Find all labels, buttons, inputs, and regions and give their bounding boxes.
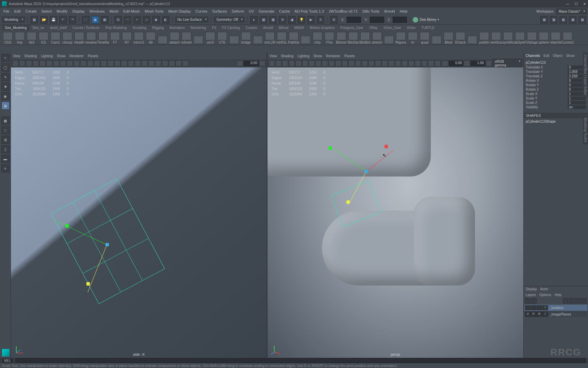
- shelf-button[interactable]: TimeRa: [97, 31, 109, 44]
- shelf-button[interactable]: symWo: [502, 31, 514, 44]
- shelf-button[interactable]: [383, 31, 395, 44]
- viewport-toggle-icon[interactable]: [295, 60, 301, 66]
- light-editor-icon[interactable]: 💡: [298, 16, 305, 24]
- layer-delete-icon[interactable]: [581, 298, 587, 304]
- viewport-toggle-icon[interactable]: [382, 60, 388, 66]
- shelf-tab-custom[interactable]: Custom: [243, 25, 260, 30]
- outliner-icon[interactable]: ≡: [1, 164, 10, 172]
- scale-tool-icon[interactable]: ▣: [1, 102, 10, 110]
- attr-editor-toggle-icon[interactable]: ▦: [559, 16, 567, 24]
- viewport-toggle-icon[interactable]: [74, 60, 80, 66]
- rotate-tool-icon[interactable]: ◉: [1, 92, 10, 100]
- shelf-tab-mash[interactable]: MASH: [292, 25, 307, 30]
- ipr-render-icon[interactable]: ▦: [269, 16, 277, 24]
- shelf-button[interactable]: clsnup: [62, 31, 73, 44]
- viewport-toggle-icon[interactable]: [169, 60, 175, 66]
- viewport-toggle-icon[interactable]: [135, 60, 141, 66]
- vp2-menu-panels[interactable]: Panels: [344, 54, 355, 58]
- shelf-button[interactable]: detach: [169, 31, 180, 44]
- menu-cache[interactable]: Cache: [277, 9, 292, 14]
- minimize-button[interactable]: —: [566, 2, 569, 6]
- shelf-button[interactable]: PathDe: [288, 31, 299, 44]
- viewport-toggle-icon[interactable]: [435, 60, 441, 66]
- scale-handle-x[interactable]: [65, 224, 69, 228]
- viewport-toggle-icon[interactable]: [80, 60, 86, 66]
- vp1-gear-icon[interactable]: [237, 60, 243, 66]
- shelf-button[interactable]: Blinner: [336, 31, 347, 44]
- viewport-toggle-icon[interactable]: [428, 60, 434, 66]
- attr-scale-z-value[interactable]: 1: [568, 101, 586, 105]
- vp2-scale-handle-center[interactable]: [364, 170, 368, 173]
- viewport-toggle-icon[interactable]: [182, 60, 189, 66]
- workspace-dropdown[interactable]: Maya Classic*: [556, 9, 587, 14]
- undo-icon[interactable]: ↶: [59, 16, 67, 24]
- shelf-button[interactable]: [252, 31, 264, 44]
- shelf-tab-arnold[interactable]: Arnold: [260, 25, 276, 30]
- shelf-button[interactable]: [467, 31, 478, 44]
- vp1-menu-shading[interactable]: Shading: [24, 54, 37, 58]
- single-pane-icon[interactable]: □: [1, 126, 10, 134]
- viewport-toggle-icon[interactable]: [114, 60, 120, 66]
- shape-node-name[interactable]: pCylinder113Shape: [526, 120, 586, 123]
- shelf-tab-anim[interactable]: Animation: [167, 25, 187, 30]
- menu-arnold[interactable]: Arnold: [382, 9, 397, 14]
- shelf-button[interactable]: Health: [74, 31, 85, 44]
- viewport-toggle-icon[interactable]: [39, 60, 46, 66]
- shelf-button[interactable]: fNgons: [395, 31, 407, 44]
- layer-menu-options[interactable]: Options: [539, 293, 551, 297]
- vp1-menu-view[interactable]: View: [13, 54, 20, 58]
- vp1-menu-panels[interactable]: Panels: [88, 54, 98, 58]
- menu-deform[interactable]: Deform: [230, 9, 246, 14]
- layer-move-down-icon[interactable]: [531, 298, 537, 304]
- vp1-exposure-field[interactable]: 0.00: [244, 61, 259, 66]
- cb-tab-show[interactable]: Show: [566, 54, 574, 58]
- shelf-button[interactable]: mirR2L: [276, 31, 288, 44]
- shelf-button[interactable]: BlinDar: [347, 31, 359, 44]
- side-tab-channelbox[interactable]: Channel Box / Layer Editor: [583, 52, 588, 97]
- new-scene-icon[interactable]: ▦: [31, 16, 38, 24]
- vp2-menu-lighting[interactable]: Lighting: [297, 54, 309, 58]
- shelf-button[interactable]: Blind: [443, 31, 454, 44]
- render-view-icon[interactable]: ▦: [260, 16, 267, 24]
- vp2-cm-icon[interactable]: [486, 60, 492, 66]
- command-lang-label[interactable]: MEL: [2, 358, 13, 363]
- shelf-button[interactable]: [431, 31, 442, 44]
- viewport-toggle-icon[interactable]: [355, 60, 361, 66]
- viewport-toggle-icon[interactable]: [33, 60, 39, 66]
- shelf-tab-xgen[interactable]: XGen: [404, 25, 419, 30]
- snap-plane-icon[interactable]: ▱: [143, 16, 150, 24]
- shelf-button[interactable]: All: [145, 31, 157, 44]
- vp2-menu-shading[interactable]: Shading: [281, 54, 294, 58]
- y-field[interactable]: [370, 17, 384, 23]
- redo-icon[interactable]: ↷: [69, 16, 76, 24]
- shelf-button[interactable]: bridge: [240, 31, 252, 44]
- menu-modify[interactable]: Modify: [54, 9, 69, 14]
- menu-set-dropdown[interactable]: Modeling: [2, 17, 25, 22]
- vp2-scale-handle-x[interactable]: [329, 147, 332, 150]
- shelf-button[interactable]: Vistoga: [526, 31, 538, 44]
- symmetry-dropdown[interactable]: Symmetry: Off: [214, 17, 245, 22]
- four-pane-icon[interactable]: ⊞: [1, 136, 10, 144]
- viewport-toggle-icon[interactable]: [19, 60, 25, 66]
- menu-mesh-display[interactable]: Mesh Display: [166, 9, 193, 14]
- render-settings-icon[interactable]: ⚙: [279, 16, 286, 24]
- layer-p-toggle[interactable]: [531, 305, 536, 310]
- snap-live-icon[interactable]: ◉: [152, 16, 160, 24]
- viewport-toggle-icon[interactable]: [101, 60, 107, 66]
- two-pane-side-icon[interactable]: ▯: [1, 145, 10, 153]
- layer-menu-layers[interactable]: Layers: [526, 293, 536, 297]
- viewport-toggle-icon[interactable]: [329, 60, 335, 66]
- shelf-button[interactable]: [193, 31, 204, 44]
- cb-tab-channels[interactable]: Channels: [526, 54, 540, 58]
- viewport-toggle-icon[interactable]: [422, 60, 428, 66]
- vp2-contrast-icon[interactable]: [464, 60, 470, 66]
- shelf-button[interactable]: uvUI: [205, 31, 216, 44]
- shelf-tab-dee-modeling[interactable]: Dee_Modeling: [2, 25, 30, 30]
- layer-tab-display[interactable]: Display: [526, 287, 537, 291]
- menu-curves[interactable]: Curves: [194, 9, 210, 14]
- vp1-menu-renderer[interactable]: Renderer: [69, 54, 84, 58]
- z-field[interactable]: [393, 17, 407, 23]
- tool-settings-toggle-icon[interactable]: ▦: [569, 16, 576, 24]
- shelf-button[interactable]: vertSna: [490, 31, 502, 44]
- pause-icon[interactable]: ⏸: [317, 16, 324, 24]
